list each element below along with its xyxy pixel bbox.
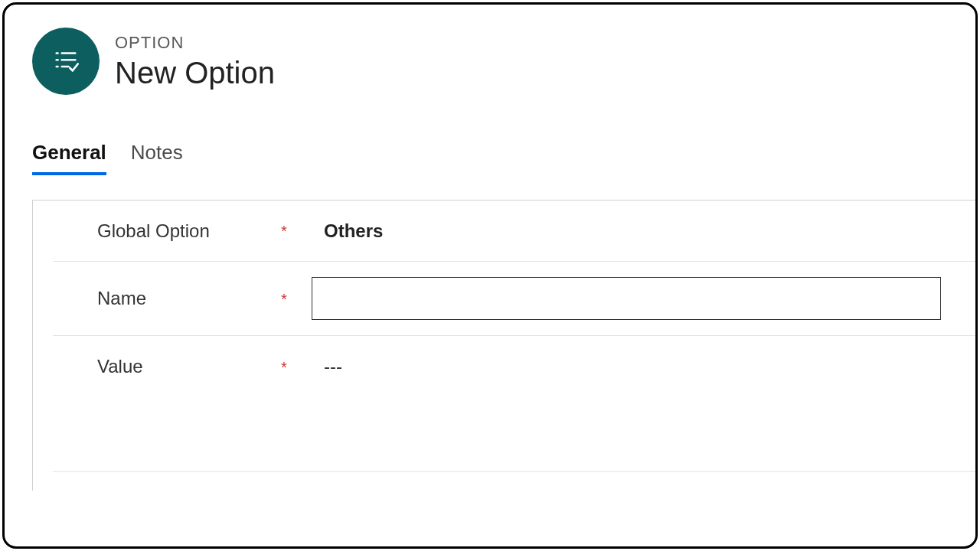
tab-general[interactable]: General xyxy=(32,141,106,175)
label-name: Name xyxy=(97,288,281,309)
required-mark: * xyxy=(281,357,312,377)
label-global-option: Global Option xyxy=(97,220,281,242)
content-area: OPTION New Option General Notes Global O… xyxy=(5,5,975,546)
row-global-option: Global Option * Others C xyxy=(53,201,978,262)
form-panel: Global Option * Others C Name * Value * … xyxy=(32,200,978,491)
row-value: Value * --- xyxy=(53,336,978,397)
page-frame: OPTION New Option General Notes Global O… xyxy=(2,2,978,549)
page-title: New Option xyxy=(115,56,275,90)
label-value: Value xyxy=(97,356,281,377)
value-global-option[interactable]: Others xyxy=(312,220,972,242)
input-wrap-name xyxy=(312,277,972,320)
tab-bar: General Notes xyxy=(32,141,975,175)
input-name[interactable] xyxy=(312,277,941,320)
row-name: Name * xyxy=(53,262,978,336)
tab-notes[interactable]: Notes xyxy=(131,141,183,175)
option-icon xyxy=(32,28,100,95)
page-header: OPTION New Option xyxy=(32,28,975,95)
header-eyebrow: OPTION xyxy=(115,33,275,53)
spacer-row xyxy=(53,397,978,472)
header-text: OPTION New Option xyxy=(115,33,275,90)
required-mark: * xyxy=(281,289,312,308)
value-value[interactable]: --- xyxy=(312,356,972,377)
required-mark: * xyxy=(281,221,312,240)
